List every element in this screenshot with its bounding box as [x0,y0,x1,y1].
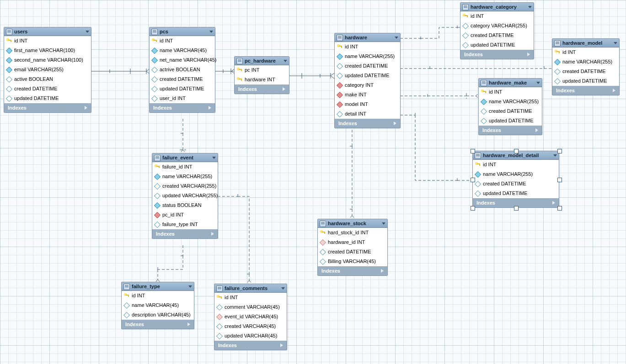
entity-pc_hardware[interactable]: pc_hardwarepc INThardware INTIndexes [234,56,289,94]
chevron-right-icon[interactable] [613,89,615,92]
column-row[interactable]: id INT [473,160,559,169]
chevron-right-icon[interactable] [211,232,214,236]
column-row[interactable]: active BOOLEAN [4,74,91,84]
column-row[interactable]: name VARCHAR(45) [122,301,194,310]
indexes-section[interactable]: Indexes [479,126,542,135]
column-row[interactable]: model INT [335,100,400,109]
column-row[interactable]: name VARCHAR(255) [152,172,218,181]
chevron-right-icon[interactable] [283,87,285,91]
column-row[interactable]: category INT [335,80,400,90]
chevron-right-icon[interactable] [280,343,283,347]
column-row[interactable]: updated VARCHAR(45) [214,331,287,341]
entity-header[interactable]: hardware_model [552,39,619,47]
resize-handle[interactable] [557,206,562,211]
column-row[interactable]: first_name VARCHAR(100) [4,46,91,55]
column-row[interactable]: failure_type INT [152,220,218,229]
column-row[interactable]: updated DATETIME [150,84,215,94]
chevron-right-icon[interactable] [527,53,530,56]
chevron-right-icon[interactable] [209,106,211,110]
entity-hardware_category[interactable]: hardware_categoryid INTcategory VARCHAR(… [460,2,534,59]
column-row[interactable]: created VARCHAR(45) [214,322,287,331]
entity-hardware_model[interactable]: hardware_modelid INTname VARCHAR(255)cre… [552,38,620,95]
chevron-down-icon[interactable] [536,82,540,84]
entity-header[interactable]: pcs [150,27,215,36]
indexes-section[interactable]: Indexes [552,86,619,95]
resize-handle[interactable] [471,149,475,153]
column-row[interactable]: id INT [460,11,534,21]
entity-header[interactable]: failure_type [122,282,194,291]
relation-line[interactable] [400,66,552,71]
column-row[interactable]: id INT [552,47,619,57]
column-row[interactable]: updated VARCHAR(255) [152,191,218,200]
column-row[interactable]: actrive BOOLEAN [150,65,215,74]
chevron-right-icon[interactable] [535,128,538,132]
column-row[interactable]: created DATETIME [150,74,215,84]
entity-header[interactable]: pc_hardware [235,57,289,65]
relation-line[interactable] [349,130,355,219]
resize-handle[interactable] [557,178,562,182]
chevron-right-icon[interactable] [552,201,555,205]
indexes-section[interactable]: Indexes [152,229,218,238]
column-row[interactable]: created DATETIME [552,67,619,76]
entity-pcs[interactable]: pcsid INTname VARCHAR(45)net_name VARCHA… [149,27,215,113]
entity-header[interactable]: hardware_category [460,3,534,11]
entity-header[interactable]: hardware_make [479,79,542,87]
relation-line[interactable] [218,194,252,284]
chevron-down-icon[interactable] [209,31,213,33]
chevron-down-icon[interactable] [382,222,385,225]
chevron-down-icon[interactable] [395,37,398,39]
relation-line[interactable] [155,245,185,283]
chevron-down-icon[interactable] [614,42,617,44]
resize-handle[interactable] [557,149,562,153]
column-row[interactable]: failure_id INT [152,162,218,172]
column-row[interactable]: id INT [335,42,400,52]
column-row[interactable]: Billing VARCHAR(45) [318,257,387,266]
chevron-down-icon[interactable] [281,287,285,290]
entity-header[interactable]: failure_event [152,153,218,162]
resize-handle[interactable] [471,206,475,211]
chevron-down-icon[interactable] [528,6,532,8]
chevron-down-icon[interactable] [553,154,557,157]
resize-handle[interactable] [514,149,519,153]
relation-line[interactable] [400,26,460,40]
column-row[interactable]: name VARCHAR(255) [479,97,542,106]
column-row[interactable]: name VARCHAR(255) [335,52,400,61]
column-row[interactable]: id INT [150,36,215,46]
indexes-section[interactable]: Indexes [122,320,194,329]
indexes-section[interactable]: Indexes [4,103,91,112]
column-row[interactable]: second_name VARCHAR(100) [4,55,91,65]
column-row[interactable]: id INT [122,291,194,301]
indexes-section[interactable]: Indexes [214,341,287,350]
chevron-down-icon[interactable] [212,157,216,159]
entity-header[interactable]: hardware_stock [318,219,387,228]
entity-failure_comments[interactable]: failure_commentsid INTcomment VARCHAR(45… [214,284,287,350]
entity-hardware[interactable]: hardwareid INTname VARCHAR(255)created D… [334,33,401,128]
entity-failure_event[interactable]: failure_eventfailure_id INTname VARCHAR(… [152,153,218,239]
indexes-section[interactable]: Indexes [335,119,400,128]
chevron-right-icon[interactable] [394,121,396,125]
entity-hardware_make[interactable]: hardware_makeid INTname VARCHAR(255)crea… [478,78,542,135]
column-row[interactable]: updated DATETIME [335,71,400,80]
resize-handle[interactable] [471,178,475,182]
column-row[interactable]: detail INT [335,109,400,119]
column-row[interactable]: created DATETIME [4,84,91,94]
column-row[interactable]: make INT [335,90,400,100]
relation-line[interactable] [215,69,235,74]
column-row[interactable]: description VARCHAR(45) [122,310,194,320]
column-row[interactable]: pc_id INT [152,210,218,220]
entity-header[interactable]: hardware [335,33,400,42]
column-row[interactable]: created DATETIME [335,61,400,71]
relation-line[interactable] [91,69,150,74]
column-row[interactable]: hardware_id INT [318,237,387,247]
column-row[interactable]: updated DATETIME [479,116,542,126]
column-row[interactable]: comment VARCHAR(45) [214,302,287,312]
column-row[interactable]: created DATETIME [460,31,534,40]
column-row[interactable]: category VARCHAR(255) [460,21,534,31]
indexes-section[interactable]: Indexes [318,266,387,275]
relation-line[interactable] [400,113,471,183]
column-row[interactable]: created DATETIME [479,106,542,116]
chevron-right-icon[interactable] [187,322,190,326]
column-row[interactable]: updated DATETIME [4,94,91,103]
column-row[interactable]: name VARCHAR(255) [473,169,559,179]
column-row[interactable]: hard_stock_id INT [318,228,387,237]
